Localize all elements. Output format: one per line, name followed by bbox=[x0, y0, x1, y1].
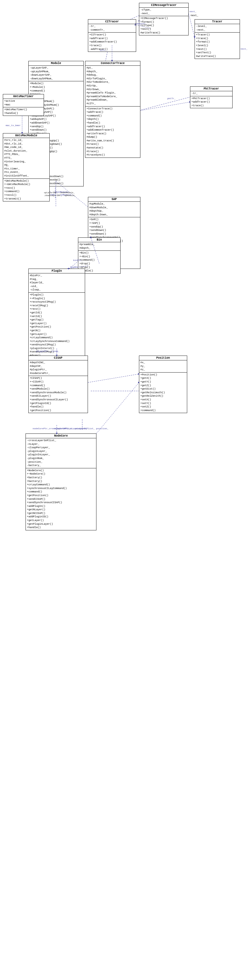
svg-text:next_: next_ bbox=[240, 48, 247, 50]
PktTracer-methods: +PktTracer() +addTracer() +trace() bbox=[190, 96, 232, 108]
svg-text:mac_tx_bmer: mac_tx_bmer bbox=[6, 124, 21, 127]
PktTracer-box: PktTracer -tr_ +PktTracer() +addTracer()… bbox=[190, 86, 233, 108]
SAP-attrs: #upModule_ #downModule_ #depthUp_ #depth… bbox=[88, 202, 140, 217]
Module-attrs: -upLayerSAP_ -upLaySAPNum_ -downLayerSAP… bbox=[29, 66, 83, 81]
pluginPtr-label: pluginPtr_ clsap_ bbox=[36, 350, 59, 352]
CITracer-box: CITracer -tr_ -commonTr_ +CITracer() +ad… bbox=[88, 19, 136, 52]
nodecoreptr-label: nodeCorePtr_crossLayerSAPlist_ position_ bbox=[33, 427, 87, 430]
svg-line-37 bbox=[88, 374, 139, 382]
PktTracer-attrs: -tr_ bbox=[190, 91, 232, 96]
CIMessageTracer-methods: +CIMessageTracer() +format() +cIType() +… bbox=[139, 16, 188, 35]
next-label: next_ bbox=[190, 14, 198, 17]
PlugIn-box: PlugIn #binPtr_ #tag_ #layerld_ -uid_ -c… bbox=[28, 269, 85, 362]
Tracer-box: Tracer -level_ -next_ +Tracer() +trace()… bbox=[195, 19, 240, 59]
UmtsMacModule-methods: +UmtsMacModule() +~UmtsMacModule() +recv… bbox=[3, 179, 50, 201]
UmtsMacTimer-methods: +UmtsMacTimer() +handle() bbox=[3, 107, 44, 116]
uml-diagram: tr_ commonTr_ upLayerSAP_ ↓downModule_ ↓… bbox=[0, 0, 251, 980]
CITracer-attrs: -tr_ -commonTr_ bbox=[88, 24, 136, 33]
UmtsMacTimer-title: UmtsMacTimer bbox=[3, 94, 44, 99]
Position-methods: +Position() +getX() +getY() +getZ() +get… bbox=[139, 372, 187, 413]
NodeCore-attrs: -crossLayerSAPlist_ -nLayer_ -clsapPerLa… bbox=[26, 438, 96, 468]
CIMessageTracer-box: CIMessageTracer -cType_ -next_ +CIMessag… bbox=[139, 3, 189, 35]
NodeCore-box: NodeCore -crossLayerSAPlist_ -nLayer_ -c… bbox=[26, 433, 96, 530]
UmtsMacModule-title: UmtsMacModule bbox=[3, 134, 50, 138]
PktTracer-title: PktTracer bbox=[190, 87, 232, 91]
PlugIn-title: PlugIn bbox=[29, 269, 85, 274]
svg-line-19 bbox=[189, 14, 195, 37]
UmtsMacModule-box: UmtsMacModule #src_rlc_id_ #dst_rlc_id_ … bbox=[3, 133, 50, 201]
Module-title: Module bbox=[29, 61, 83, 66]
ConnectorTrace-attrs: #pt_ #depth_ #debug_ #dirToPlugin_ #dirT… bbox=[85, 66, 140, 107]
UmtsMacModule-attrs: #src_rlc_id_ #dst_rlc_id_ #me_code_id_ #… bbox=[3, 138, 50, 179]
Position-box: Position #x_ #y_ #z_ +Position() +getX()… bbox=[139, 356, 187, 413]
UmtsMacTimer-box: UmtsMacTimer +active +mac +UmtsMacTimer(… bbox=[3, 94, 44, 116]
Tracer-methods: +Tracer() +trace() +format() +level() +n… bbox=[195, 33, 240, 59]
svg-line-25 bbox=[141, 102, 190, 110]
CISAP-attrs: #depthINC_ #depthP_ #pluginPtr_ #nodeCor… bbox=[29, 360, 88, 376]
CITracer-title: CITracer bbox=[88, 19, 136, 24]
NodeCore-title: NodeCore bbox=[26, 434, 96, 438]
CIMessageTracer-title: CIMessageTracer bbox=[139, 3, 188, 8]
svg-text:pktTr_: pktTr_ bbox=[167, 97, 176, 100]
CIMessageTracer-attrs: -cType_ -next_ bbox=[139, 8, 188, 16]
Tracer-title: Tracer bbox=[195, 19, 240, 24]
NodeCore-methods: +NodeCore() +~NodeCore() +battery() +bat… bbox=[26, 468, 96, 530]
Bin-attrs: #preamble_ #depth_ bbox=[78, 242, 120, 251]
ConnectorTrace-methods: +ConnectorTrace() +addTrace() +command()… bbox=[85, 107, 140, 158]
Position-title: Position bbox=[139, 356, 187, 360]
ConnectorTrace-box: ConnectorTrace #pt_ #depth_ #debug_ #dir… bbox=[85, 61, 141, 158]
Position-attrs: #x_ #y_ #z_ bbox=[139, 360, 187, 372]
CISAP-box: CISAP #depthINC_ #depthP_ #pluginPtr_ #n… bbox=[28, 356, 88, 413]
svg-text:next_: next_ bbox=[189, 10, 196, 13]
ConnectorTrace-title: ConnectorTrace bbox=[85, 61, 140, 66]
svg-line-41 bbox=[96, 382, 139, 433]
CISAP-title: CISAP bbox=[29, 356, 88, 360]
Tracer-attrs: -level_ -next_ bbox=[195, 24, 240, 33]
svg-line-6 bbox=[139, 96, 193, 110]
PlugIn-attrs: #binPtr_ #tag_ #layerld_ -uid_ -clsap_ bbox=[29, 274, 85, 293]
binPtr-label: binPtr_ bbox=[73, 259, 83, 261]
SAP-title: SAP bbox=[88, 197, 140, 202]
CISAP-methods: +CISAP() +~CISAP() +command() +sendModul… bbox=[29, 376, 88, 413]
CITracer-methods: +CITracer() +addTracer() +addCommonTrace… bbox=[88, 33, 136, 52]
Bin-title: Bin bbox=[78, 238, 120, 242]
Bin-box: Bin #preamble_ #depth_ +Bin() +~Bin() +c… bbox=[78, 237, 120, 274]
UmtsMacTimer-attrs: +active +mac bbox=[3, 99, 44, 107]
